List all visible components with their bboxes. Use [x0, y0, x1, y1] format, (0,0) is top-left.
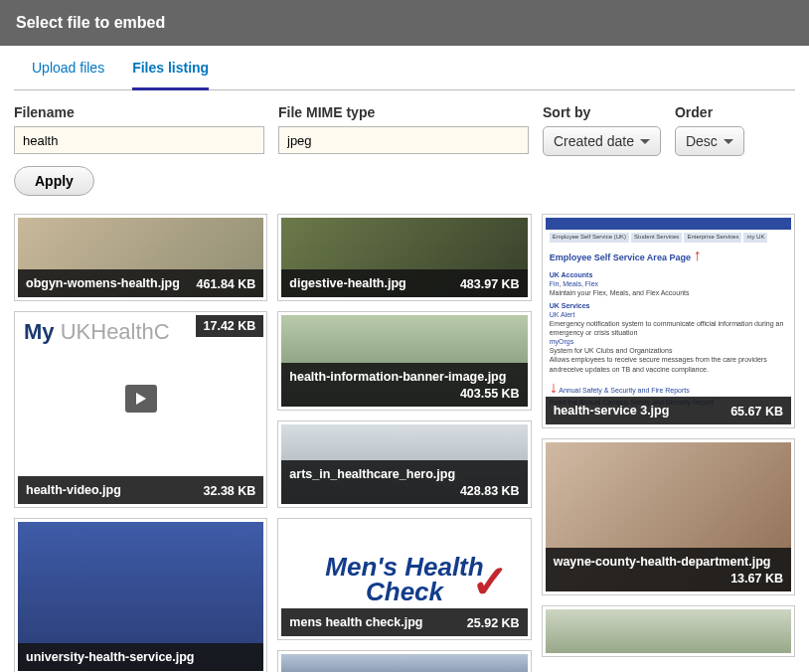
file-thumbnail: My UKHealthC17.42 KBhealth-video.jpg32.3…	[18, 315, 263, 504]
sort-field: Sort by Created date	[543, 104, 661, 156]
file-name: university-health-service.jpg	[26, 649, 195, 665]
dialog-title: Select file to embed	[16, 14, 165, 31]
tabs: Upload files Files listing	[14, 46, 795, 90]
apply-button[interactable]: Apply	[14, 166, 94, 196]
filename-field: Filename	[14, 104, 264, 154]
file-size: 65.67 KB	[730, 405, 783, 419]
file-thumbnail: digestive-health.jpg483.97 KB	[281, 218, 527, 297]
file-info-overlay: digestive-health.jpg483.97 KB	[281, 269, 527, 297]
file-size: 403.55 KB	[460, 387, 520, 401]
file-card[interactable]: digestive-health.jpg483.97 KB	[277, 214, 531, 301]
file-size: 13.67 KB	[730, 572, 783, 586]
file-name: obgyn-womens-health.jpg	[26, 275, 180, 291]
file-card[interactable]: university-health-service.jpg	[14, 518, 267, 672]
file-name: wayne-county-health-department.jpg	[554, 554, 771, 570]
mime-field: File MIME type	[278, 104, 529, 154]
file-thumbnail: Men's HealthCheck✓mens health check.jpg2…	[281, 522, 527, 636]
file-size: 32.38 KB	[204, 484, 256, 498]
file-card[interactable]: wayne-county-health-department.jpg13.67 …	[542, 438, 795, 595]
order-field: Order Desc	[675, 104, 744, 156]
file-grid: obgyn-womens-health.jpg461.84 KBMy UKHea…	[0, 208, 809, 672]
file-card[interactable]: Employee Self Service (UK)Student Servic…	[542, 214, 795, 428]
file-thumbnail: Employee Self Service (UK)Student Servic…	[546, 218, 791, 424]
file-name: arts_in_healthcare_hero.jpg	[289, 466, 455, 482]
file-thumbnail: arts_in_healthcare_hero.jpg428.83 KB	[281, 424, 527, 504]
mime-label: File MIME type	[278, 104, 529, 120]
sort-label: Sort by	[543, 104, 661, 120]
grid-column: digestive-health.jpg483.97 KBhealth-info…	[277, 214, 531, 672]
file-card[interactable]	[277, 650, 531, 672]
filename-label: Filename	[14, 104, 264, 120]
file-info-overlay: university-health-service.jpg	[18, 643, 263, 671]
filters-row: Filename File MIME type Sort by Created …	[0, 90, 809, 162]
file-size: 25.92 KB	[467, 616, 520, 630]
file-name: digestive-health.jpg	[289, 275, 405, 291]
file-thumbnail	[281, 654, 527, 672]
grid-column: obgyn-womens-health.jpg461.84 KBMy UKHea…	[14, 214, 267, 672]
chevron-down-icon	[724, 139, 733, 144]
file-info-overlay: health-information-banner-image.jpg403.5…	[281, 363, 527, 407]
file-info-overlay: health-service 3.jpg65.67 KB	[546, 397, 791, 424]
file-size: 428.83 KB	[460, 484, 520, 498]
file-card[interactable]: Men's HealthCheck✓mens health check.jpg2…	[277, 518, 531, 640]
order-value: Desc	[686, 133, 718, 149]
ess-screenshot-graphic: Employee Self Service (UK)Student Servic…	[546, 218, 791, 424]
file-thumbnail: wayne-county-health-department.jpg13.67 …	[546, 442, 791, 591]
tab-files-listing[interactable]: Files listing	[132, 60, 209, 90]
file-size: 461.84 KB	[197, 277, 256, 291]
file-card[interactable]: obgyn-womens-health.jpg461.84 KB	[14, 214, 267, 301]
sort-select[interactable]: Created date	[543, 126, 661, 156]
dialog-header: Select file to embed	[0, 0, 809, 46]
file-card[interactable]: My UKHealthC17.42 KBhealth-video.jpg32.3…	[14, 311, 267, 508]
file-info-overlay: arts_in_healthcare_hero.jpg428.83 KB	[281, 460, 527, 504]
file-size-badge: 17.42 KB	[196, 315, 264, 337]
file-name: health-video.jpg	[26, 482, 121, 498]
filename-input[interactable]	[14, 126, 264, 154]
file-card[interactable]: arts_in_healthcare_hero.jpg428.83 KB	[277, 420, 531, 508]
file-thumbnail: university-health-service.jpg	[18, 522, 263, 671]
file-card[interactable]: health-information-banner-image.jpg403.5…	[277, 311, 531, 411]
apply-row: Apply	[0, 162, 809, 208]
grid-column: Employee Self Service (UK)Student Servic…	[542, 214, 795, 672]
file-size: 483.97 KB	[460, 277, 520, 291]
file-thumbnail: obgyn-womens-health.jpg461.84 KB	[18, 218, 263, 297]
order-select[interactable]: Desc	[675, 126, 744, 156]
file-info-overlay: health-video.jpg32.38 KB	[18, 476, 263, 504]
file-name: health-information-banner-image.jpg	[289, 369, 506, 385]
chevron-down-icon	[640, 139, 650, 144]
file-info-overlay: obgyn-womens-health.jpg461.84 KB	[18, 269, 263, 297]
myuk-logo: My UKHealthC	[24, 319, 170, 345]
file-thumbnail: health-information-banner-image.jpg403.5…	[281, 315, 527, 407]
play-icon	[125, 385, 157, 413]
order-label: Order	[675, 104, 744, 120]
file-info-overlay: wayne-county-health-department.jpg13.67 …	[546, 548, 791, 591]
file-thumbnail	[546, 609, 791, 653]
file-name: health-service 3.jpg	[554, 403, 670, 419]
file-card[interactable]	[542, 605, 795, 657]
file-name: mens health check.jpg	[289, 614, 422, 630]
sort-value: Created date	[554, 133, 634, 149]
tab-upload-files[interactable]: Upload files	[32, 60, 104, 89]
file-info-overlay: mens health check.jpg25.92 KB	[281, 608, 527, 636]
mime-input[interactable]	[278, 126, 529, 154]
